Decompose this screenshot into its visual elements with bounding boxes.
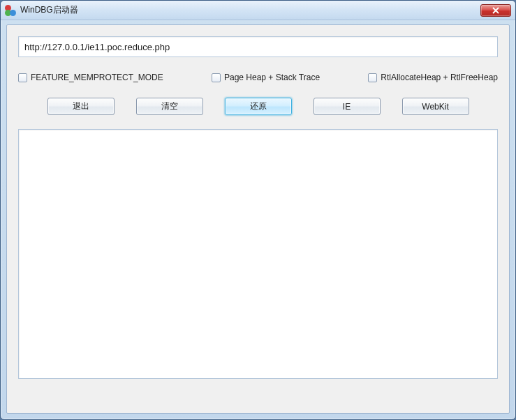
button-row: 退出 清空 还原 IE WebKit	[18, 98, 498, 115]
checkbox-rtlheap-label: RtlAllocateHeap + RtlFreeHeap	[381, 73, 498, 82]
checkbox-memprotect[interactable]: FEATURE_MEMPROTECT_MODE	[18, 73, 163, 82]
checkbox-box-icon[interactable]	[368, 73, 377, 82]
webkit-button-label: WebKit	[422, 102, 448, 112]
checkbox-box-icon[interactable]	[18, 73, 27, 82]
exit-button-label: 退出	[73, 100, 89, 112]
client-area: FEATURE_MEMPROTECT_MODE Page Heap + Stac…	[6, 24, 510, 414]
checkbox-rtlheap[interactable]: RtlAllocateHeap + RtlFreeHeap	[368, 73, 498, 82]
exit-button[interactable]: 退出	[47, 98, 115, 115]
app-window: WinDBG启动器 FEATURE_MEMPROTECT_MODE Page H…	[0, 0, 516, 420]
clear-button[interactable]: 清空	[136, 98, 203, 115]
app-icon	[5, 5, 16, 16]
ie-button[interactable]: IE	[314, 98, 381, 115]
close-icon	[492, 7, 499, 14]
checkbox-box-icon[interactable]	[212, 73, 221, 82]
restore-button-label: 还原	[250, 100, 267, 112]
restore-button[interactable]: 还原	[225, 98, 292, 115]
webkit-button[interactable]: WebKit	[402, 98, 469, 115]
checkbox-row: FEATURE_MEMPROTECT_MODE Page Heap + Stac…	[18, 73, 498, 82]
titlebar[interactable]: WinDBG启动器	[1, 1, 515, 20]
clear-button-label: 清空	[161, 100, 178, 112]
close-button[interactable]	[480, 4, 511, 17]
checkbox-pageheap[interactable]: Page Heap + Stack Trace	[212, 73, 320, 82]
output-textarea[interactable]	[18, 129, 498, 379]
checkbox-memprotect-label: FEATURE_MEMPROTECT_MODE	[31, 73, 163, 82]
url-input[interactable]	[18, 36, 498, 57]
checkbox-pageheap-label: Page Heap + Stack Trace	[224, 73, 320, 82]
window-title: WinDBG启动器	[20, 4, 480, 16]
ie-button-label: IE	[343, 102, 351, 112]
